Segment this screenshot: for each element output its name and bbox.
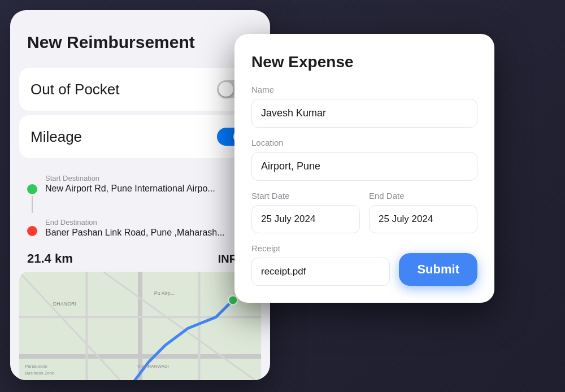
start-date-group: Start Date: [251, 191, 360, 233]
end-date-label: End Date: [369, 191, 477, 201]
submit-button[interactable]: Submit: [399, 253, 477, 286]
expense-card: New Expense Name Location Start Date End…: [234, 34, 494, 303]
svg-text:Business Zone: Business Zone: [25, 371, 55, 376]
distance-value: 21.4 km: [27, 251, 73, 266]
svg-text:Pu Airp...: Pu Airp...: [154, 290, 175, 296]
start-dest-dot: [27, 184, 37, 194]
end-date-group: End Date: [369, 191, 477, 233]
start-dest-value: New Airport Rd, Pune International Airpo…: [45, 184, 253, 194]
end-dest-label: End Destination: [45, 218, 253, 227]
location-input[interactable]: [251, 152, 477, 181]
out-of-pocket-row: Out of Pocket: [19, 68, 261, 111]
receipt-input[interactable]: [251, 258, 390, 286]
svg-point-10: [228, 296, 237, 305]
location-group: Location: [251, 138, 477, 181]
receipt-label: Receipt: [251, 243, 390, 253]
name-input[interactable]: [251, 99, 477, 128]
out-of-pocket-label: Out of Pocket: [31, 81, 120, 98]
receipt-group: Receipt: [251, 243, 390, 286]
start-destination-item: Start Destination New Airport Rd, Pune I…: [27, 174, 253, 215]
left-card-header: New Reimbursement: [10, 10, 270, 63]
date-row: Start Date End Date: [251, 191, 477, 233]
destinations-section: Start Destination New Airport Rd, Pune I…: [10, 163, 270, 243]
map-svg: DHANORI Pu Airp... Pantaloons Business Z…: [19, 272, 261, 380]
start-dest-label: Start Destination: [45, 174, 253, 182]
end-dest-icon-col: [27, 218, 37, 236]
mileage-row: Mileage: [19, 115, 261, 158]
svg-text:VISHRANWADI: VISHRANWADI: [137, 364, 169, 369]
screen-background: New Reimbursement Out of Pocket Mileage: [0, 0, 565, 392]
name-label: Name: [251, 85, 477, 94]
mileage-label: Mileage: [31, 128, 82, 146]
svg-text:Pantaloons: Pantaloons: [25, 364, 47, 369]
end-destination-item: End Destination Baner Pashan Link Road, …: [27, 218, 253, 238]
svg-text:DHANORI: DHANORI: [53, 301, 76, 307]
end-dest-text: End Destination Baner Pashan Link Road, …: [45, 218, 253, 238]
start-dest-icon-col: [27, 174, 37, 215]
end-date-input[interactable]: [369, 205, 477, 233]
expense-title: New Expense: [251, 53, 477, 71]
start-date-label: Start Date: [251, 191, 360, 201]
end-dest-dot: [27, 226, 37, 236]
map-mock: DHANORI Pu Airp... Pantaloons Business Z…: [19, 272, 261, 380]
dest-connector-line: [32, 196, 33, 213]
out-of-pocket-toggle-knob: [219, 82, 233, 97]
end-dest-value: Baner Pashan Link Road, Pune ,Maharash..…: [45, 228, 253, 238]
distance-row: 21.4 km INR 64: [10, 243, 270, 272]
location-label: Location: [251, 138, 477, 147]
map-container: DHANORI Pu Airp... Pantaloons Business Z…: [19, 272, 261, 380]
start-date-input[interactable]: [251, 205, 360, 233]
start-dest-text: Start Destination New Airport Rd, Pune I…: [45, 174, 253, 194]
name-group: Name: [251, 85, 477, 128]
receipt-submit-row: Receipt Submit: [251, 243, 477, 286]
reimbursement-title: New Reimbursement: [27, 33, 253, 52]
reimbursement-card: New Reimbursement Out of Pocket Mileage: [10, 10, 270, 380]
